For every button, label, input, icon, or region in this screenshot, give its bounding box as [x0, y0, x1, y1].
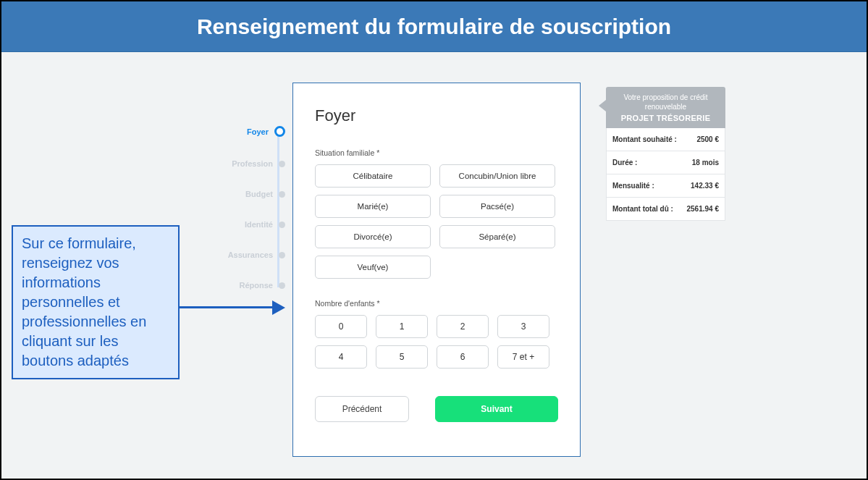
children-options: 0 1 2 3 4 5 6 7 et + [315, 315, 558, 369]
children-7plus[interactable]: 7 et + [497, 345, 549, 369]
instruction-text: Sur ce formulaire, renseignez vos inform… [22, 235, 146, 369]
step-label: Foyer [218, 127, 269, 136]
step-label: Budget [222, 190, 273, 198]
step-reponse[interactable]: Réponse [222, 281, 285, 290]
children-2[interactable]: 2 [437, 315, 489, 338]
option-separe[interactable]: Séparé(e) [439, 225, 555, 248]
proposal-card: Votre proposition de crédit renouvelable… [606, 87, 725, 221]
proposal-key: Mensualité : [612, 182, 654, 190]
proposal-row-mensualite: Mensualité : 142.33 € [607, 174, 725, 197]
children-1[interactable]: 1 [376, 315, 428, 338]
children-0[interactable]: 0 [315, 315, 367, 338]
step-dot-icon [279, 191, 285, 198]
option-divorce[interactable]: Divorcé(e) [315, 225, 431, 248]
proposal-sub: Votre proposition de crédit renouvelable [610, 93, 721, 111]
proposal-key: Montant total dû : [612, 205, 673, 213]
step-identite[interactable]: Identité [222, 220, 285, 229]
situation-label: Situation familiale * [315, 148, 558, 157]
step-dot-icon [279, 252, 285, 258]
option-concubin[interactable]: Concubin/Union libre [439, 164, 555, 188]
step-dot-icon [279, 161, 285, 167]
children-5[interactable]: 5 [376, 345, 428, 369]
proposal-list: Montant souhaité : 2500 € Durée : 18 moi… [606, 128, 725, 221]
step-foyer[interactable]: Foyer [218, 126, 285, 137]
instruction-callout: Sur ce formulaire, renseignez vos inform… [12, 225, 180, 379]
step-dot-icon [279, 222, 285, 228]
proposal-key: Durée : [612, 159, 637, 167]
proposal-value: 142.33 € [691, 182, 719, 190]
proposal-value: 2500 € [696, 135, 719, 143]
prev-button[interactable]: Précédent [315, 396, 409, 422]
proposal-header: Votre proposition de crédit renouvelable… [606, 87, 725, 128]
page-title: Renseignement du formulaire de souscript… [197, 14, 671, 39]
option-pacse[interactable]: Pacsé(e) [439, 195, 555, 218]
step-label: Profession [222, 159, 273, 168]
proposal-row-duree: Durée : 18 mois [607, 151, 725, 174]
option-marie[interactable]: Marié(e) [315, 195, 431, 218]
arrow-icon [180, 300, 285, 315]
option-celibataire[interactable]: Célibataire [315, 164, 431, 188]
step-budget[interactable]: Budget [222, 190, 285, 198]
proposal-value: 18 mois [692, 159, 719, 167]
next-button[interactable]: Suivant [435, 396, 558, 422]
header: Renseignement du formulaire de souscript… [1, 1, 867, 52]
step-nav: Foyer Profession Budget Identité Assuran… [213, 125, 285, 291]
step-dot-icon [279, 282, 285, 289]
children-6[interactable]: 6 [437, 345, 489, 369]
children-3[interactable]: 3 [497, 315, 549, 338]
step-dot-icon [274, 126, 285, 137]
step-profession[interactable]: Profession [222, 159, 285, 168]
proposal-value: 2561.94 € [687, 205, 720, 213]
proposal-row-total: Montant total dû : 2561.94 € [607, 197, 725, 220]
form-card: Foyer Situation familiale * Célibataire … [292, 83, 581, 457]
step-label: Assurances [222, 250, 273, 259]
proposal-title: PROJET TRÉSORERIE [610, 114, 721, 122]
form-nav: Précédent Suivant [315, 396, 558, 422]
children-label: Nombre d'enfants * [315, 299, 558, 308]
step-label: Réponse [222, 281, 273, 290]
option-veuf[interactable]: Veuf(ve) [315, 256, 431, 279]
step-label: Identité [222, 220, 273, 229]
proposal-key: Montant souhaité : [612, 135, 677, 143]
situation-options: Célibataire Concubin/Union libre Marié(e… [315, 164, 558, 279]
children-4[interactable]: 4 [315, 345, 367, 369]
proposal-row-montant: Montant souhaité : 2500 € [607, 128, 725, 151]
step-assurances[interactable]: Assurances [222, 250, 285, 259]
form-section-title: Foyer [315, 106, 558, 125]
